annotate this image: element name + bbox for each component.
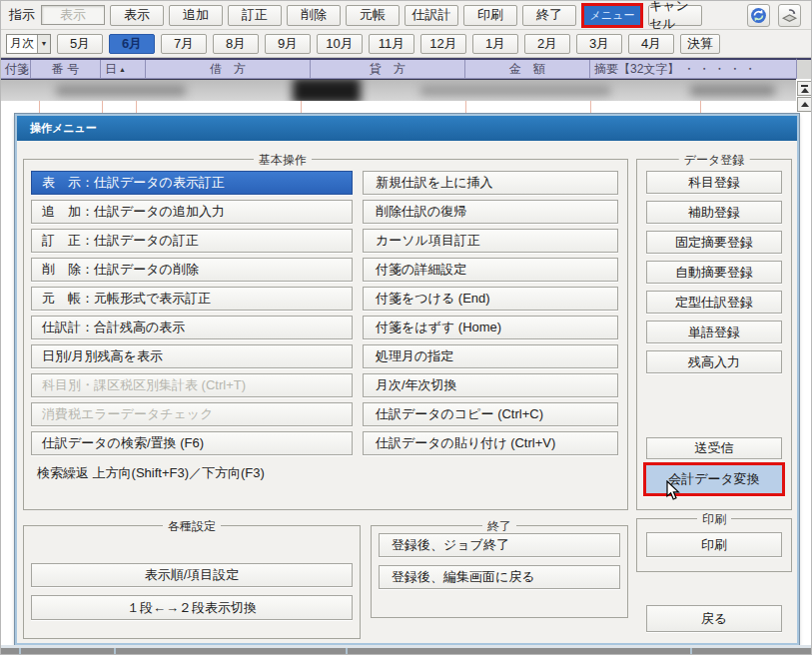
menu-button-fusen-settings[interactable]: 付箋の詳細設定 <box>363 258 618 282</box>
menu-button-restore-deleted[interactable]: 削除仕訳の復帰 <box>363 200 618 224</box>
menu-button-copy-journal[interactable]: 仕訳データのコピー (Ctrl+C) <box>363 402 618 426</box>
grid-empty-area <box>1 101 812 115</box>
month-tab-3[interactable]: 3月 <box>576 34 622 54</box>
month-tab-8[interactable]: 8月 <box>213 34 259 54</box>
month-tab-2[interactable]: 2月 <box>524 34 570 54</box>
menu-button-tax-error-check-disabled: 消費税エラーデータチェック <box>31 402 353 426</box>
header-summary: 摘要【32文字】 ・ ・ ・ ・ ・ <box>590 60 796 78</box>
menu-button-balance-input[interactable]: 残高入力 <box>646 350 782 373</box>
menu-button-account-register[interactable]: 科目登録 <box>646 171 782 194</box>
header-number: 番 号 <box>31 60 101 78</box>
chevron-down-icon[interactable]: ▼ <box>37 35 50 53</box>
popup-title: 操作メニュー <box>30 121 97 136</box>
menu-button-add-input[interactable]: 追 加：仕訳データの追加入力 <box>31 200 353 224</box>
grid-header-corner <box>796 58 812 79</box>
print-legend: 印刷 <box>697 511 731 528</box>
menu-button-remove-fusen[interactable]: 付箋をはずす (Home) <box>363 316 618 339</box>
mode-value: 表示 <box>60 6 86 24</box>
underlying-grid-bottom-strip <box>1 648 812 655</box>
menu-button-exit-job-after-register[interactable]: 登録後、ジョブ終了 <box>379 533 620 557</box>
command-prefix-label: 指示 <box>9 6 35 24</box>
search-repeat-note: 検索繰返 上方向(Shift+F3)／下方向(F3) <box>37 464 265 482</box>
menu-button-attach-fusen[interactable]: 付箋をつける (End) <box>363 287 618 311</box>
operation-menu-window: 操作メニュー 基本操作 表 示：仕訳データの表示訂正 追 加：仕訳データの追加入… <box>15 114 799 645</box>
toolbar-button-display[interactable]: 表示 <box>110 5 164 26</box>
menu-button-print[interactable]: 印刷 <box>646 532 782 557</box>
top-toolbar: 指示 表示 表示 追加 訂正 削除 元帳 仕訳計 印刷 終了 メニュー キャンセ… <box>1 1 812 30</box>
month-tab-4[interactable]: 4月 <box>628 34 674 54</box>
month-tab-6-selected[interactable]: 6月 <box>109 34 155 54</box>
month-tab-9[interactable]: 9月 <box>265 34 311 54</box>
menu-button-insert-above[interactable]: 新規仕訳を上に挿入 <box>363 171 618 195</box>
basic-operations-legend: 基本操作 <box>254 152 312 169</box>
menu-button-ledger-format[interactable]: 元 帳：元帳形式で表示訂正 <box>31 287 353 311</box>
toolbar-button-exit[interactable]: 終了 <box>522 5 576 26</box>
settings-legend: 各種設定 <box>163 518 221 535</box>
menu-button-search-replace[interactable]: 仕訳データの検索/置換 (F6) <box>31 431 353 455</box>
popup-titlebar: 操作メニュー <box>17 116 797 141</box>
menu-button-fixed-summary-register[interactable]: 固定摘要登録 <box>646 231 782 254</box>
header-fusen: 付箋 <box>1 60 31 78</box>
scroll-up-icon[interactable] <box>797 97 812 112</box>
month-tab-12[interactable]: 12月 <box>420 34 466 54</box>
month-tab-7[interactable]: 7月 <box>161 34 207 54</box>
menu-button-monthly-yearly-switch[interactable]: 月次/年次切換 <box>363 373 618 397</box>
period-type-select[interactable]: 月次 ▼ <box>6 34 51 54</box>
sort-asc-icon: ▲ <box>119 66 126 73</box>
closing-tab[interactable]: 決算 <box>680 34 720 54</box>
month-tab-1[interactable]: 1月 <box>472 34 518 54</box>
period-type-value: 月次 <box>7 35 37 52</box>
toolbar-button-ledger[interactable]: 元帳 <box>346 5 400 26</box>
mode-display-field: 表示 <box>41 5 105 25</box>
menu-button-process-month[interactable]: 処理月の指定 <box>363 344 618 368</box>
month-tab-5[interactable]: 5月 <box>57 34 103 54</box>
menu-button-total-balance[interactable]: 仕訳計：合計残高の表示 <box>31 316 353 339</box>
header-credit: 貸 方 <box>311 60 465 78</box>
header-day-label: 日 <box>105 61 117 78</box>
menu-button-delete[interactable]: 削 除：仕訳データの削除 <box>31 258 353 282</box>
menu-button-auto-summary-register[interactable]: 自動摘要登録 <box>646 261 782 284</box>
back-button[interactable]: 戻る <box>646 605 782 632</box>
toolbar-button-delete[interactable]: 削除 <box>287 5 341 26</box>
journal-data-row-blurred <box>1 79 796 101</box>
menu-button-paste-journal[interactable]: 仕訳データの貼り付け (Ctrl+V) <box>363 431 618 455</box>
menu-button-cursor-item-edit[interactable]: カーソル項目訂正 <box>363 229 618 253</box>
menu-button-daily-monthly[interactable]: 日別/月別残高を表示 <box>31 344 353 368</box>
menu-button-send-receive[interactable]: 送受信 <box>646 437 782 459</box>
toolbar-button-journal-total[interactable]: 仕訳計 <box>405 5 458 26</box>
toolbar-button-correct[interactable]: 訂正 <box>228 5 282 26</box>
export-icon[interactable] <box>778 4 801 27</box>
menu-button-word-register[interactable]: 単語登録 <box>646 321 782 343</box>
menu-button-sub-register[interactable]: 補助登録 <box>646 201 782 224</box>
menu-button-account-summary-disabled: 科目別・課区税区別集計表 (Ctrl+T) <box>31 373 353 397</box>
menu-button-return-to-edit-after-register[interactable]: 登録後、編集画面に戻る <box>379 565 620 589</box>
toolbar-button-print[interactable]: 印刷 <box>463 5 517 26</box>
month-tab-10[interactable]: 10月 <box>317 34 363 54</box>
menu-button-accounting-data-convert-highlighted[interactable]: 会計データ変換 <box>643 462 785 496</box>
menu-button-correct[interactable]: 訂 正：仕訳データの訂正 <box>31 229 353 253</box>
toolbar-button-menu-highlighted[interactable]: メニュー <box>581 3 643 28</box>
month-tab-11[interactable]: 11月 <box>369 34 414 54</box>
toolbar-button-add[interactable]: 追加 <box>169 5 223 26</box>
journal-entry-screen: 指示 表示 表示 追加 訂正 削除 元帳 仕訳計 印刷 終了 メニュー キャンセ… <box>0 0 812 655</box>
menu-button-display-edit[interactable]: 表 示：仕訳データの表示訂正 <box>31 171 353 195</box>
data-registration-legend: データ登録 <box>679 152 750 169</box>
scroll-top-icon[interactable] <box>797 81 812 96</box>
header-day: 日 ▲ <box>101 60 146 78</box>
refresh-icon[interactable] <box>747 4 770 27</box>
header-debit: 借 方 <box>146 60 311 78</box>
menu-button-template-journal-register[interactable]: 定型仕訳登録 <box>646 291 782 314</box>
menu-button-display-order-settings[interactable]: 表示順/項目設定 <box>31 563 353 587</box>
grid-header-row: 付箋 番 号 日 ▲ 借 方 貸 方 金 額 摘要【32文字】 ・ ・ ・ ・ … <box>1 58 796 79</box>
header-amount: 金 額 <box>465 60 590 78</box>
month-selector-bar: 月次 ▼ 5月 6月 7月 8月 9月 10月 11月 12月 1月 2月 3月… <box>1 30 812 58</box>
menu-button-row-display-switch[interactable]: １段←→２段表示切換 <box>31 595 353 620</box>
mouse-cursor-icon <box>666 480 681 505</box>
toolbar-button-cancel[interactable]: キャンセル <box>648 5 702 26</box>
